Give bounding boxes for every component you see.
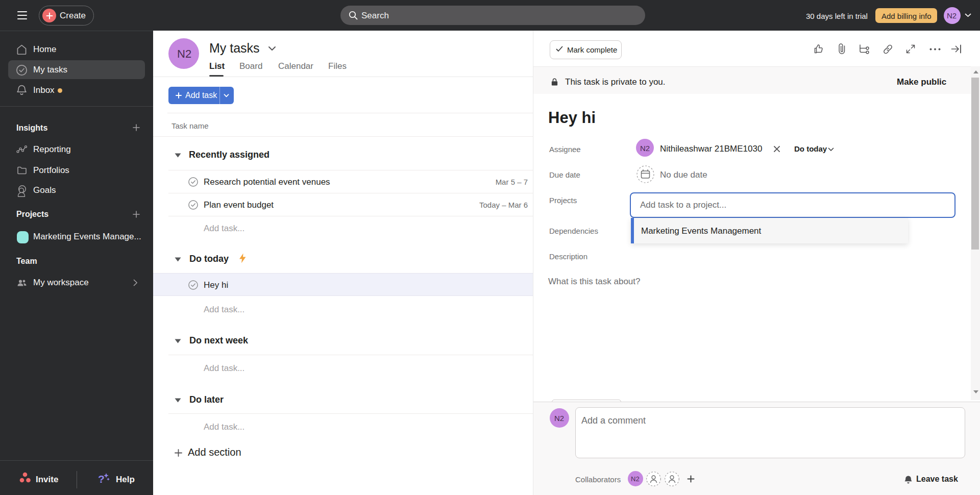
svg-text:?: ?	[98, 473, 105, 485]
